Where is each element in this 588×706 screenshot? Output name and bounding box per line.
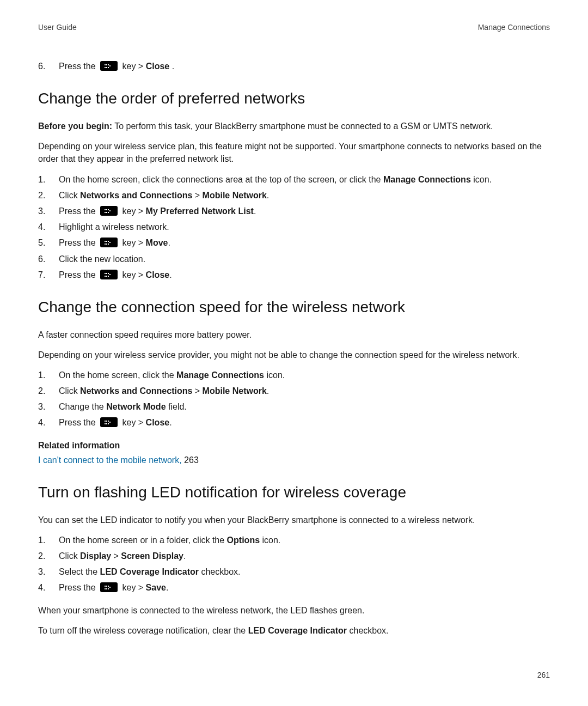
bold-text: My Preferred Network List <box>146 206 254 216</box>
step-number: 5. <box>38 236 59 249</box>
text: key > <box>120 238 146 247</box>
page-number: 261 <box>38 670 550 680</box>
step-number: 4. <box>38 416 59 429</box>
paragraph: Depending on your wireless service plan,… <box>38 140 550 165</box>
text: checkbox. <box>199 567 240 576</box>
bold-text: Before you begin: <box>38 121 112 131</box>
step-text: Highlight a wireless network. <box>59 221 550 233</box>
section-heading: Change the order of preferred networks <box>38 88 550 110</box>
bold-text: Manage Connections <box>383 175 471 184</box>
step-number: 3. <box>38 565 59 578</box>
bold-text: Manage Connections <box>176 370 264 380</box>
ordered-steps: 1.On the home screen, click the connecti… <box>38 173 550 281</box>
text: icon. <box>471 175 492 184</box>
text: icon. <box>260 535 280 545</box>
text: key > <box>120 418 146 427</box>
text: . <box>168 238 170 247</box>
list-item: 5.Press the key > Move. <box>38 236 550 249</box>
text: Click <box>59 551 80 561</box>
bold-text: Mobile Network <box>203 191 267 200</box>
text: key > <box>120 583 146 592</box>
text: . <box>172 62 174 71</box>
list-item: 4.Press the key > Save. <box>38 581 550 594</box>
list-item: 1.On the home screen, click the Manage C… <box>38 369 550 381</box>
bold-text: Save <box>146 583 166 592</box>
step-number: 6. <box>38 60 59 72</box>
bold-text: Close <box>146 62 170 71</box>
text: . <box>166 583 168 592</box>
step-text: On the home screen, click the connection… <box>59 173 550 186</box>
related-link[interactable]: I can't connect to the mobile network, <box>38 455 182 465</box>
step-number: 1. <box>38 534 59 546</box>
related-link-row: I can't connect to the mobile network, 2… <box>38 454 550 466</box>
step-text: Change the Network Mode field. <box>59 400 550 413</box>
paragraph: A faster connection speed requires more … <box>38 328 550 341</box>
text: Click <box>59 386 80 395</box>
bold-text: Networks and Connections <box>80 386 192 395</box>
list-item: 3.Select the LED Coverage Indicator chec… <box>38 565 550 578</box>
list-item: 1.On the home screen, click the connecti… <box>38 173 550 186</box>
text: . <box>183 551 186 561</box>
step-text: On the home screen or in a folder, click… <box>59 534 550 546</box>
text: Select the <box>59 567 100 576</box>
text: . <box>254 206 256 216</box>
step-text: Press the key > Close. <box>59 416 550 429</box>
text: key > <box>122 62 145 71</box>
step-number: 7. <box>38 269 59 281</box>
blackberry-menu-key-icon <box>100 270 118 279</box>
step-number: 1. <box>38 173 59 186</box>
section-heading: Change the connection speed for the wire… <box>38 296 550 319</box>
step-number: 4. <box>38 581 59 594</box>
list-item: 7.Press the key > Close. <box>38 269 550 281</box>
list-item: 2.Click Networks and Connections > Mobil… <box>38 385 550 397</box>
text: . <box>169 418 171 427</box>
step-number: 2. <box>38 189 59 202</box>
bold-text: LED Coverage Indicator <box>248 626 347 635</box>
pre-step-list: 6. Press the key > Close . <box>38 60 550 72</box>
page-header: User Guide Manage Connections <box>38 22 550 33</box>
blackberry-menu-key-icon <box>100 206 118 216</box>
list-item: 2.Click Networks and Connections > Mobil… <box>38 189 550 202</box>
text: key > <box>120 270 146 279</box>
paragraph: Depending on your wireless service provi… <box>38 349 550 361</box>
text: On the home screen, click the connection… <box>59 175 383 184</box>
step-number: 6. <box>38 253 59 265</box>
ordered-steps: 1.On the home screen, click the Manage C… <box>38 369 550 429</box>
paragraph: You can set the LED indicator to notify … <box>38 514 550 526</box>
list-item: 1.On the home screen or in a folder, cli… <box>38 534 550 546</box>
text: Press the <box>59 418 98 427</box>
text: key > <box>120 206 146 216</box>
bold-text: Close <box>146 418 170 427</box>
text: icon. <box>264 370 285 380</box>
text: > <box>111 551 121 561</box>
list-item: 6. Press the key > Close . <box>38 60 550 72</box>
step-number: 1. <box>38 369 59 381</box>
step-text: Press the key > Close . <box>59 60 550 72</box>
list-item: 6.Click the new location. <box>38 253 550 265</box>
step-text: Click the new location. <box>59 253 550 265</box>
list-item: 3.Change the Network Mode field. <box>38 400 550 413</box>
blackberry-menu-key-icon <box>100 61 118 71</box>
text: . <box>267 191 269 200</box>
blackberry-menu-key-icon <box>100 417 118 427</box>
text: To turn off the wireless coverage notifi… <box>38 626 248 635</box>
text: Press the <box>59 62 98 71</box>
blackberry-menu-key-icon <box>100 582 118 592</box>
bold-text: Display <box>80 551 111 561</box>
list-item: 3.Press the key > My Preferred Network L… <box>38 205 550 217</box>
text: Click the new location. <box>59 254 145 264</box>
text: > <box>192 191 202 200</box>
paragraph: When your smartphone is connected to the… <box>38 604 550 617</box>
list-item: 4.Press the key > Close. <box>38 416 550 429</box>
text: Click <box>59 191 80 200</box>
text: Press the <box>59 206 98 216</box>
step-number: 3. <box>38 400 59 413</box>
step-text: Press the key > My Preferred Network Lis… <box>59 205 550 217</box>
header-left: User Guide <box>38 22 77 33</box>
header-right: Manage Connections <box>478 22 550 33</box>
text: Press the <box>59 583 98 592</box>
step-number: 2. <box>38 385 59 397</box>
bold-text: Network Mode <box>106 402 166 411</box>
step-text: Press the key > Save. <box>59 581 550 594</box>
blackberry-menu-key-icon <box>100 238 118 247</box>
